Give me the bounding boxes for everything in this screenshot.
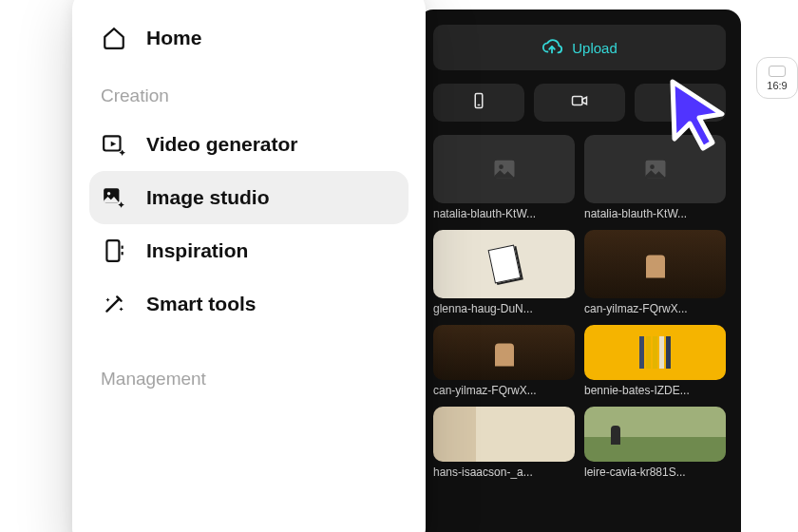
tab-more[interactable] [635,84,726,122]
media-caption: bennie-bates-IZDE... [584,384,726,397]
svg-rect-2 [573,97,583,105]
media-item[interactable]: leire-cavia-kr881S... [584,407,726,479]
media-item[interactable]: can-yilmaz-FQrwX... [433,325,575,397]
sidebar-section-management: Management [89,331,408,401]
media-item[interactable]: can-yilmaz-FQrwX... [584,230,726,315]
home-icon [101,25,127,51]
media-caption: can-yilmaz-FQrwX... [584,302,726,315]
tab-camera[interactable] [534,84,625,122]
sidebar-item-label: Inspiration [146,239,248,262]
media-caption: natalia-blauth-KtW... [433,207,575,220]
media-caption: natalia-blauth-KtW... [584,207,726,220]
sidebar-item-label: Smart tools [146,293,256,315]
sidebar-section-creation: Creation [89,65,408,118]
sidebar-item-image-studio[interactable]: Image studio [89,171,408,224]
sidebar-item-smart-tools[interactable]: Smart tools [89,277,408,331]
media-item[interactable]: natalia-blauth-KtW... [433,135,575,220]
sidebar-item-label: Home [146,27,201,49]
thumb [584,325,726,380]
video-sparkle-icon [101,131,127,158]
sidebar-item-inspiration[interactable]: Inspiration [89,224,408,277]
media-caption: glenna-haug-DuN... [433,302,575,315]
media-caption: hans-isaacson-_a... [433,466,575,479]
device-tabs [433,84,726,122]
sidebar-item-label: Image studio [146,186,270,209]
image-sparkle-icon [101,184,127,211]
video-camera-icon [570,92,589,113]
sidebar-item-video-generator[interactable]: Video generator [89,118,408,171]
phone-icon [470,92,487,113]
upload-label: Upload [572,40,618,56]
cloud-upload-icon [542,36,562,60]
media-item[interactable]: bennie-bates-IZDE... [584,325,726,397]
svg-rect-10 [106,240,119,261]
canvas-panel [750,42,798,532]
sidebar-item-home[interactable]: Home [89,11,408,65]
sidebar: Home Creation Video generator Image stud… [72,0,426,532]
media-item[interactable]: glenna-haug-DuN... [433,230,575,315]
svg-point-4 [499,164,504,169]
svg-point-9 [107,192,110,195]
tab-phone[interactable] [433,84,524,122]
thumb [433,230,575,298]
media-grid: natalia-blauth-KtW... natalia-blauth-KtW… [433,135,726,479]
thumb-placeholder [433,135,575,203]
sidebar-item-label: Video generator [146,133,298,156]
media-caption: can-yilmaz-FQrwX... [433,384,575,397]
media-item[interactable]: hans-isaacson-_a... [433,407,575,479]
image-icon [642,156,669,182]
thumb [433,325,575,380]
thumb [433,407,575,462]
wand-sparkle-icon [101,291,127,317]
image-icon [491,156,518,182]
svg-point-6 [650,164,655,169]
aspect-ratio-label: 16:9 [767,80,787,91]
thumb-placeholder [584,135,726,203]
aspect-ratio-button[interactable]: 16:9 [756,57,798,99]
phone-scroll-icon [101,238,127,264]
aspect-ratio-icon [769,66,786,77]
media-caption: leire-cavia-kr881S... [584,466,726,479]
media-panel: Upload natalia-bla [418,10,741,532]
media-item[interactable]: natalia-blauth-KtW... [584,135,726,220]
upload-button[interactable]: Upload [433,25,726,70]
thumb [584,407,726,462]
thumb [584,230,726,298]
